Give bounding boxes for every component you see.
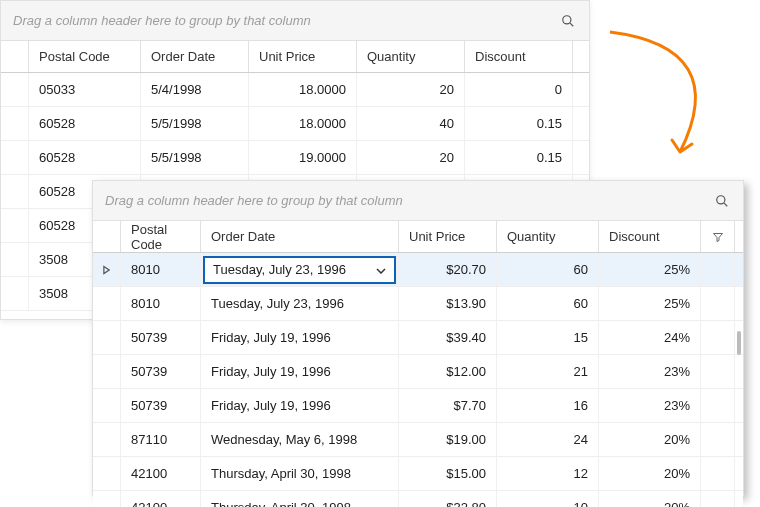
cell-postal-code[interactable]: 50739 [121,321,201,354]
cell-unit-price[interactable]: $39.40 [399,321,497,354]
scrollbar-thumb[interactable] [737,331,741,355]
row-trailing-cell [701,355,735,388]
cell-discount[interactable]: 25% [599,287,701,320]
cell-discount[interactable]: 23% [599,389,701,422]
cell-order-date[interactable]: 5/5/1998 [141,141,249,174]
cell-order-date[interactable]: Friday, July 19, 1996 [201,389,399,422]
cell-postal-code[interactable]: 50739 [121,389,201,422]
table-row[interactable]: 8010Tuesday, July 23, 1996$13.906025% [93,287,743,321]
cell-order-date[interactable]: Thursday, April 30, 1998 [201,491,399,507]
chevron-down-icon[interactable] [376,262,386,277]
cell-unit-price[interactable]: $15.00 [399,457,497,490]
table-row[interactable]: 605285/5/199818.0000400.15 [1,107,589,141]
cell-order-date[interactable]: Tuesday, July 23, 1996 [201,287,399,320]
table-row[interactable]: 42100Thursday, April 30, 1998$32.801020% [93,491,743,507]
cell-postal-code[interactable]: 87110 [121,423,201,456]
cell-quantity[interactable]: 12 [497,457,599,490]
row-trailing-cell [701,389,735,422]
cell-postal-code[interactable]: 05033 [29,73,141,106]
data-grid-after[interactable]: Drag a column header here to group by th… [92,180,744,496]
column-header-discount[interactable]: Discount [465,41,573,72]
column-header-postal-code[interactable]: Postal Code [29,41,141,72]
column-header-quantity[interactable]: Quantity [497,221,599,252]
cell-unit-price[interactable]: $19.00 [399,423,497,456]
cell-postal-code[interactable]: 60528 [29,107,141,140]
cell-quantity[interactable]: 20 [357,141,465,174]
column-header-discount[interactable]: Discount [599,221,701,252]
filter-icon[interactable] [701,221,735,252]
column-header-order-date[interactable]: Order Date [201,221,399,252]
cell-discount[interactable]: 0.15 [465,107,573,140]
cell-discount[interactable]: 0 [465,73,573,106]
group-panel[interactable]: Drag a column header here to group by th… [1,1,589,41]
cell-order-date[interactable]: Friday, July 19, 1996 [201,321,399,354]
column-header-unit-price[interactable]: Unit Price [249,41,357,72]
column-header-postal-code[interactable]: Postal Code [121,221,201,252]
cell-postal-code[interactable]: 60528 [29,141,141,174]
cell-unit-price[interactable]: 19.0000 [249,141,357,174]
group-panel[interactable]: Drag a column header here to group by th… [93,181,743,221]
row-indicator [93,287,121,320]
cell-quantity[interactable]: 40 [357,107,465,140]
cell-unit-price[interactable]: 18.0000 [249,107,357,140]
table-row[interactable]: 50739Friday, July 19, 1996$39.401524% [93,321,743,355]
table-row[interactable]: 87110Wednesday, May 6, 1998$19.002420% [93,423,743,457]
cell-discount[interactable]: 23% [599,355,701,388]
cell-unit-price[interactable]: $12.00 [399,355,497,388]
svg-line-3 [724,203,727,206]
row-indicator [1,243,29,276]
cell-discount[interactable]: 20% [599,457,701,490]
date-editor[interactable]: Tuesday, July 23, 1996 [203,256,396,284]
column-header-order-date[interactable]: Order Date [141,41,249,72]
column-header-row: Postal Code Order Date Unit Price Quanti… [1,41,589,73]
cell-discount[interactable]: 0.15 [465,141,573,174]
cell-quantity[interactable]: 24 [497,423,599,456]
cell-order-date[interactable]: 5/5/1998 [141,107,249,140]
search-icon[interactable] [713,192,731,210]
table-row[interactable]: 50739Friday, July 19, 1996$7.701623% [93,389,743,423]
column-header-unit-price[interactable]: Unit Price [399,221,497,252]
row-indicator [93,491,121,507]
grid-body[interactable]: 8010Tuesday, July 23, 1996$20.706025%801… [93,253,743,507]
cell-quantity[interactable]: 21 [497,355,599,388]
table-row[interactable]: 8010Tuesday, July 23, 1996$20.706025% [93,253,743,287]
cell-unit-price[interactable]: $13.90 [399,287,497,320]
cell-unit-price[interactable]: $32.80 [399,491,497,507]
row-trailing-cell [701,457,735,490]
cell-postal-code[interactable]: 50739 [121,355,201,388]
table-row[interactable]: 50739Friday, July 19, 1996$12.002123% [93,355,743,389]
cell-order-date[interactable]: Friday, July 19, 1996 [201,355,399,388]
cell-quantity[interactable]: 20 [357,73,465,106]
cell-discount[interactable]: 20% [599,423,701,456]
transition-arrow [600,22,730,167]
cell-unit-price[interactable]: $20.70 [399,253,497,286]
cell-unit-price[interactable]: $7.70 [399,389,497,422]
cell-quantity[interactable]: 16 [497,389,599,422]
cell-order-date[interactable]: Tuesday, July 23, 1996 [201,253,399,286]
cell-quantity[interactable]: 60 [497,287,599,320]
table-row[interactable]: 42100Thursday, April 30, 1998$15.001220% [93,457,743,491]
cell-quantity[interactable]: 60 [497,253,599,286]
cell-discount[interactable]: 24% [599,321,701,354]
group-placeholder: Drag a column header here to group by th… [13,13,311,28]
row-indicator [93,389,121,422]
cell-postal-code[interactable]: 8010 [121,253,201,286]
cell-postal-code[interactable]: 8010 [121,287,201,320]
row-indicator [93,457,121,490]
cell-discount[interactable]: 20% [599,491,701,507]
row-indicator [93,423,121,456]
table-row[interactable]: 605285/5/199819.0000200.15 [1,141,589,175]
search-icon[interactable] [559,12,577,30]
cell-discount[interactable]: 25% [599,253,701,286]
column-header-quantity[interactable]: Quantity [357,41,465,72]
cell-postal-code[interactable]: 42100 [121,457,201,490]
table-row[interactable]: 050335/4/199818.0000200 [1,73,589,107]
cell-quantity[interactable]: 15 [497,321,599,354]
row-indicator [93,253,121,286]
cell-postal-code[interactable]: 42100 [121,491,201,507]
cell-unit-price[interactable]: 18.0000 [249,73,357,106]
cell-order-date[interactable]: 5/4/1998 [141,73,249,106]
cell-order-date[interactable]: Thursday, April 30, 1998 [201,457,399,490]
cell-order-date[interactable]: Wednesday, May 6, 1998 [201,423,399,456]
cell-quantity[interactable]: 10 [497,491,599,507]
